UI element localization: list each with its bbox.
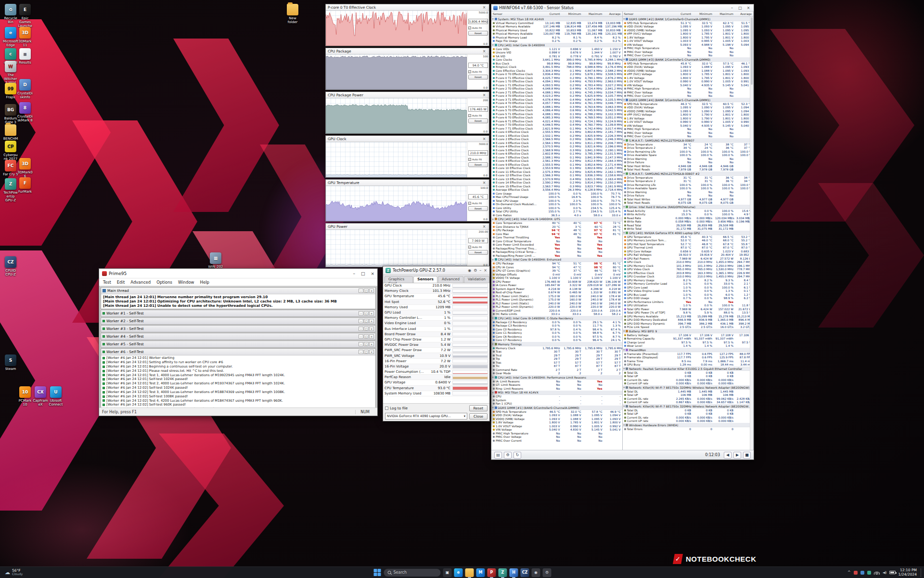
hwinfo-section-header[interactable]: ▾DDR5 DIMM [#1] (BANK 0/Controller0-Chan… (491, 406, 622, 410)
collapse-icon[interactable]: ▾ (624, 423, 625, 426)
hwinfo-section-header[interactable]: ▾DDR5 DIMM [#2] (BANK 1/Controller0-Chan… (623, 17, 754, 21)
sensor-graph-window-gpu-clock[interactable]: GPU Clock×3000.0210.0 MHz✓Auto FitReset0… (325, 135, 489, 178)
desktop-icon-baldurs-gate-3[interactable]: BGBaldurs Gate 3 (3, 104, 18, 124)
reset-button[interactable]: Reset (468, 75, 488, 79)
child-titlebar[interactable]: Main thread–□× (101, 288, 375, 294)
gpuz-sensor-row[interactable]: System Memory Used10830 MB (383, 391, 489, 396)
hwinfo-sensor-row[interactable]: GPU Memory Junction Temperature52.0 °C46… (623, 239, 754, 243)
hwinfo-sensor-row[interactable]: Core Critical TemperatureNoNoNo (491, 239, 622, 243)
hwinfo-section-header[interactable]: ▾Memory Timings (491, 342, 622, 346)
minimize-icon[interactable]: – (359, 289, 363, 293)
hwinfo-sensor-row[interactable]: P-core 7 T0 Effective Clock4,046.5 MHz0.… (491, 123, 622, 127)
hwinfo-sensor-row[interactable]: PMIC High TemperatureNoNoNo (623, 128, 754, 131)
search-input[interactable]: Search (384, 569, 441, 577)
reset-button[interactable]: Reset (469, 405, 488, 411)
hwinfo-sensor-row[interactable]: E-core 3 Effective Clock2,564.1 MHz0.1 M… (491, 141, 622, 145)
desktop-icon-fraps[interactable]: 99Fraps (3, 83, 18, 99)
auto-fit-control[interactable]: ✓Auto Fit (468, 70, 488, 73)
hwinfo-sensor-row[interactable]: Physical Memory Load8.2 %8.1 %8.4 %8.2 % (491, 36, 622, 39)
collapse-icon[interactable]: ▾ (624, 231, 625, 234)
hwinfo-sensor-row[interactable]: E-core 8 Effective Clock2,561.3 MHz0.2 M… (491, 159, 622, 163)
graph-titlebar[interactable]: CPU Package× (326, 48, 489, 54)
refresh-icon[interactable]: ↻ (513, 452, 521, 459)
desktop-icon-steam[interactable]: SSteam (3, 355, 18, 371)
hwinfo-sensor-row[interactable]: VIN Voltage5.093 V4.988 V5.198 V5.094 V (623, 43, 754, 47)
hwinfo-sensor-row[interactable]: Write Total31,172 MB31,075 MB31,172 MB (623, 227, 754, 231)
hwinfo-sensor-row[interactable]: CPU Package94 °C51 °C98 °C81 °C (491, 262, 622, 266)
hwinfo-sensor-row[interactable]: Core Distance to TjMAX20 °C3 °C60 °C28 °… (491, 225, 622, 229)
hwinfo-sensor-row[interactable]: CPU Package94 °C48 °C97 °C81 °C (491, 229, 622, 233)
hwinfo-sensor-row[interactable]: Total UP0 KB0 KB0 KB (623, 375, 754, 379)
hwinfo-sensor-row[interactable]: VDD (5V/A) Voltage1.093 V1.088 V1.095 V1… (491, 414, 622, 418)
hwinfo-sensor-row[interactable]: CPU GT Cores (Graphics)39 °C37 °C66 °C59… (491, 269, 622, 273)
hwinfo-sensor-row[interactable]: Core Clocks3,641.1 MHz399.0 MHz5,785.8 M… (491, 58, 622, 62)
close-icon[interactable]: × (481, 5, 487, 10)
hwinfo-sensor-row[interactable]: Physical Memory Used10,822 MB10,653 MB11… (491, 28, 622, 32)
hwinfo-section-header[interactable]: ▾Network: Realtek Semiconductor Killer E… (623, 367, 754, 371)
desktop-icon-3dmark06[interactable]: 3D3DMark06 (17, 158, 33, 178)
auto-fit-control[interactable]: ✓Auto Fit (468, 26, 488, 29)
prime95-titlebar[interactable]: Prime95 – □ × (99, 269, 377, 278)
scrollbar-thumb[interactable] (751, 17, 753, 85)
hwinfo-sensor-row[interactable]: GPU Video Engine Load0.0 %0.0 %1.3 %0.1 … (623, 289, 754, 293)
menu-item-test[interactable]: Test (103, 280, 111, 285)
close-icon[interactable]: × (481, 137, 487, 141)
hwinfo-sensor-row[interactable]: P-core 5 T0 Effective Clock4,086.4 MHz0.… (491, 109, 622, 113)
hwinfo-sensor-row[interactable]: Write Activity15.3 %0.0 %100.0 %4.9 % (623, 213, 754, 217)
collapse-icon[interactable]: ▾ (624, 172, 625, 175)
hwinfo-sensor-row[interactable]: 1.0V VOUT Voltage1.003 V0.995 V1.005 V1.… (623, 39, 754, 43)
hwinfo-sensor-row[interactable]: Core Max94 °C48 °C97 °C81 °C (491, 232, 622, 236)
collapse-icon[interactable]: ▾ (624, 58, 625, 61)
hwinfo-sensor-row[interactable]: PMIC High TemperatureNoNoNo (623, 47, 754, 51)
hwinfo-sensor-row[interactable]: Write Rate0.058 MB/s0.000 MB/s3.656 MB/s… (623, 220, 754, 224)
hwinfo-sensor-row[interactable]: Drive Available Spare100.0 %100.0 %100.0… (623, 187, 754, 191)
collapse-icon[interactable]: ▾ (492, 342, 494, 345)
minimize-icon[interactable]: – (359, 319, 363, 323)
hwinfo-sensor-row[interactable]: Frame Time8.5 ms7.9 ms1,666.7 ms11.4 ms (623, 359, 754, 363)
hwinfo-sensor-row[interactable]: System Agent Power4.216 W4.138 W4.286 W4… (491, 287, 622, 291)
hwinfo-sensor-row[interactable]: GPU Performance LimitersYesNoYes (623, 300, 754, 304)
desktop-icon-cpuid-cpu-z[interactable]: CZCPUID CPU-Z (3, 256, 18, 276)
maximize-icon[interactable]: □ (737, 6, 744, 10)
close-icon[interactable]: × (745, 6, 752, 10)
hwinfo-sensor-row[interactable]: PMIC Over CurrentNoNoNo (623, 94, 754, 98)
auto-fit-control[interactable]: ✓Auto Fit (468, 114, 488, 117)
hwinfo-sensor-row[interactable]: VIN Voltage5.040 V4.935 V5.145 V5.041 V (623, 83, 754, 87)
hwinfo-sensor-row[interactable]: VDD (5V/A) Voltage1.093 V1.088 V1.095 V1… (623, 66, 754, 69)
hwinfo-sensor-row[interactable]: Read Total29,508 MB26,859 MB29,508 MB (623, 223, 754, 227)
auto-fit-control[interactable]: ✓Auto Fit (468, 202, 488, 205)
hwinfo-sensor-row[interactable]: Package C3 Residency0.0 %0.0 %11.7 %1.3 … (491, 324, 622, 328)
gpuz-sensor-row[interactable]: 16-Pin Voltage20.0 V (383, 364, 489, 369)
hwinfo-section-header[interactable]: ▾DDR5 DIMM [#3] (BANK 2/Controller1-Chan… (623, 57, 754, 62)
hwinfo-sensor-row[interactable]: Package/Ring Critical TemperatureNoNoNo (491, 250, 622, 254)
taskbar-icon-edge[interactable]: e (454, 568, 463, 577)
hwinfo-sensor-row[interactable]: E-core 9 Effective Clock2,555.5 MHz0.1 M… (491, 163, 622, 167)
gpuz-sensor-row[interactable]: 16-Pin Power7.2 W (383, 359, 489, 364)
hwinfo-sensor-row[interactable]: VDD (5V/A) Voltage1.095 V1.090 V1.095 V1… (623, 106, 754, 110)
hwinfo-sensor-row[interactable]: VPP (SVC) Voltage1.800 V1.785 V1.801 V1.… (623, 32, 754, 36)
hwinfo-sensor-row[interactable]: GPU Temperature45.6 °C40.3 °C66.5 °C53.2… (623, 235, 754, 239)
gpuz-sensor-row[interactable]: PerfCap ReasonIdle (383, 375, 489, 380)
hwinfo-sensor-row[interactable]: Core Power Limit ExceededYesNoYes (491, 243, 622, 247)
maximize-icon[interactable]: □ (364, 327, 369, 331)
hwinfo-sensor-row[interactable]: Total CPU Usage100.0 %2.3 %100.0 %70.7 % (491, 199, 622, 203)
hwinfo-sensor-row[interactable]: Command Rate2 T2 T2 T2 T (491, 368, 622, 372)
hwinfo-sensor-row[interactable]: PMIC High TemperatureNoNoNo (623, 87, 754, 91)
hwinfo-sensor-row[interactable]: 1.0V VOUT Voltage0.990 V0.990 V1.005 V0.… (623, 120, 754, 124)
taskbar-icon-prime95[interactable]: P (488, 568, 496, 577)
tab-validation[interactable]: Validation (464, 276, 489, 283)
stop-icon[interactable]: ■ (743, 452, 751, 459)
hwinfo-sensor-row[interactable]: GPU Rail Powers7.969 W6.424 W27.572 W8.1… (623, 257, 754, 261)
sensor-graph-window-gpu-power[interactable]: GPU Power×200.007.969 W✓Auto FitReset0.0 (325, 223, 489, 267)
hwinfo-sensor-row[interactable]: 1.0V VOUT Voltage0.990 V0.990 V1.005 V0.… (623, 80, 754, 84)
checkbox-icon[interactable]: ✓ (468, 114, 471, 117)
camera-icon[interactable]: ◉ (468, 268, 471, 273)
minimize-icon[interactable]: – (479, 268, 481, 273)
hwinfo-sensor-row[interactable]: P-core 4 T0 Effective Clock4,057.7 MHz0.… (491, 102, 622, 105)
tray-chevron-icon[interactable]: ^ (847, 570, 851, 575)
hwinfo-sensor-row[interactable]: GPU Memory Controller Load1.0 %0.0 %33.0… (623, 282, 754, 286)
close-icon[interactable]: × (481, 49, 487, 53)
collapse-icon[interactable]: ▾ (624, 139, 625, 142)
maximize-icon[interactable]: □ (364, 319, 369, 323)
taskbar-icon-hwinfo[interactable]: H (510, 568, 518, 577)
